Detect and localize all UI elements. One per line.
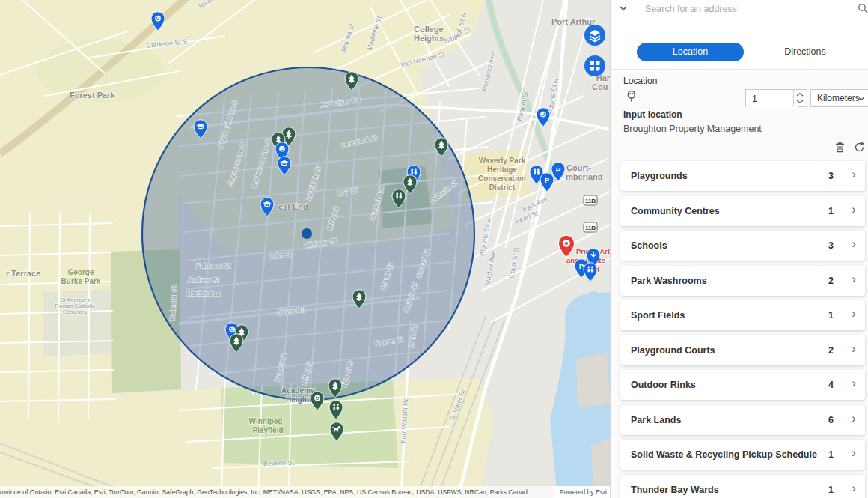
category-count: 1 [828,310,834,321]
chevron-right-icon: › [852,237,856,252]
category-label: Playground Courts [631,345,715,356]
attribution-text: Province of Ontario, Esri Canada, Esri, … [0,488,533,496]
location-options: Location Kilometers [611,69,868,498]
map-label: mberland [566,172,603,181]
chevron-right-icon: › [852,411,856,426]
chevron-right-icon: › [852,376,856,391]
map-label: Cemetery [63,309,88,315]
svg-text:P: P [556,166,561,174]
chevron-right-icon: › [852,202,856,217]
category-item-park-washrooms[interactable]: Park Washrooms2› [620,266,865,296]
map-label: Court- [566,163,591,172]
category-item-solid-waste-recycling-pickup-schedule[interactable]: Solid Waste & Recycling Pickup Schedule1… [620,440,865,470]
sidebar-panel: Location Directions Location [610,0,868,498]
category-count: 1 [828,449,834,460]
map-label: College [414,25,444,34]
category-label: Schools [631,240,667,251]
powered-by-esri: Powered by Esri [560,488,607,496]
map-canvas[interactable]: Port ArthurCollegeHeightsForest Parkest … [0,0,610,498]
category-count: 1 [828,485,834,495]
search-input[interactable] [644,1,834,16]
chevron-right-icon: › [852,167,856,182]
category-item-playgrounds[interactable]: Playgrounds3› [620,161,865,191]
tab-directions[interactable]: Directions [764,43,846,61]
map-label: Beverly St [263,459,295,467]
search-icon[interactable] [857,2,868,14]
category-item-sport-fields[interactable]: Sport Fields1› [620,300,865,330]
category-count: 3 [828,240,834,251]
map-label: Burke Park [61,277,101,285]
map-label: Faircrest St [196,262,231,270]
map[interactable]: Port ArthurCollegeHeightsForest Parkest … [0,0,610,498]
category-label: Park Washrooms [631,276,707,286]
map-label: Playfield [252,426,283,434]
chevron-right-icon: › [852,306,856,321]
map-label: District [489,183,516,192]
chevron-down-icon[interactable] [617,2,630,14]
map-label: Cou [592,82,608,91]
chevron-right-icon: › [852,341,856,356]
map-label: Forest Park [70,91,115,100]
category-label: Thunder Bay Wards [631,485,719,495]
map-label: est End [278,202,308,211]
map-label: Heights [414,34,444,43]
map-label: Waverly Park [479,157,526,165]
category-label: Outdoor Rinks [631,380,696,390]
pier [576,352,610,408]
chevron-right-icon: › [852,481,856,496]
map-label: Port Arthur [551,17,596,26]
input-location-dot[interactable] [302,228,312,239]
category-item-community-centres[interactable]: Community Centres1› [620,196,865,226]
svg-text:11B: 11B [585,198,596,204]
map-label: Heritage [487,166,517,174]
layers-button[interactable] [584,25,605,46]
map-label: Hartland St [186,290,221,297]
category-item-thunder-bay-wards[interactable]: Thunder Bay Wards1› [620,475,865,498]
category-label: Sport Fields [631,310,685,321]
tab-location[interactable]: Location [637,43,744,61]
category-list: Playgrounds3›Community Centres1›Schools3… [611,69,868,498]
category-label: Park Lands [631,415,681,425]
category-item-playground-courts[interactable]: Playground Courts2› [620,335,865,365]
category-count: 3 [828,171,834,181]
pond [584,291,603,315]
category-item-outdoor-rinks[interactable]: Outdoor Rinks4› [620,370,865,400]
category-label: Community Centres [631,206,720,216]
chevron-right-icon: › [852,446,856,461]
category-item-schools[interactable]: Schools3› [620,231,865,261]
chevron-right-icon: › [852,272,856,287]
svg-text:P: P [545,176,550,184]
highway-badge: 11B [584,222,597,232]
category-count: 2 [828,276,834,286]
highway-badge: 11B [584,195,597,205]
category-count: 6 [828,415,834,425]
map-label: Academy [281,386,315,395]
map-label: George [67,268,94,276]
nearby-app: Port ArthurCollegeHeightsForest Parkest … [0,0,868,498]
category-label: Solid Waste & Recycling Pickup Schedule [631,449,817,460]
search-bar [611,0,868,17]
category-item-park-lands[interactable]: Park Lands6› [620,405,865,435]
category-count: 1 [828,206,834,216]
category-count: 4 [828,380,834,390]
pier [591,438,610,488]
map-label: Conservation [478,174,526,183]
map-label: r Terrace [6,269,40,278]
tab-bar: Location Directions [611,16,868,70]
svg-text:11B: 11B [585,225,596,231]
category-count: 2 [828,345,834,356]
category-label: Playgrounds [631,171,688,181]
map-label: Heights [286,395,314,404]
basemap-button[interactable] [584,55,605,76]
map-label: Andrew St [188,276,219,284]
map-label: Winnipeg [249,417,283,425]
